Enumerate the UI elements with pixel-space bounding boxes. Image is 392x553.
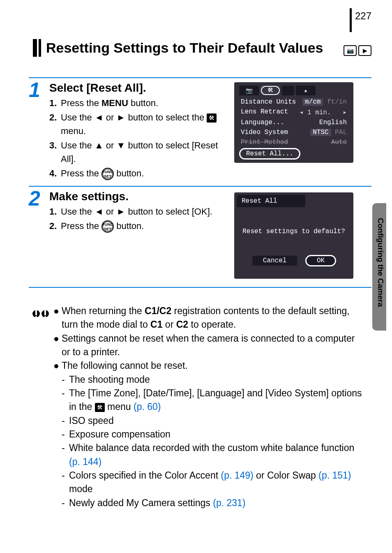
page-link[interactable]: (p. 144) xyxy=(69,456,101,467)
tab-star: ★ xyxy=(296,86,316,95)
title-bar-thick xyxy=(33,39,37,57)
text: mode xyxy=(69,484,93,494)
text: to operate. xyxy=(188,319,236,330)
text: button. xyxy=(116,221,144,231)
substep-num: 4. xyxy=(49,167,61,180)
section-title-block: Resetting Settings to Their Default Valu… xyxy=(33,39,371,57)
notes-section: ● When returning the C1/C2 registration … xyxy=(53,304,363,510)
menu-tabs: 📷 🛠 ★ xyxy=(237,85,351,97)
text: button. xyxy=(116,168,144,178)
text: Press the xyxy=(61,221,101,231)
dash-item: -The shooting mode xyxy=(62,373,363,386)
menu-row: Video SystemNTSC PAL xyxy=(237,127,351,137)
dialog-message: Reset settings to default? xyxy=(237,228,351,235)
c1-label: C1 xyxy=(150,319,162,330)
shooting-mode-icon: 📷 xyxy=(344,45,357,56)
menu-value: 1 min. xyxy=(307,109,331,116)
menu-value: English xyxy=(319,119,347,126)
substep-num: 1. xyxy=(49,96,61,110)
substep-text: Press the FUNCSET button. xyxy=(61,219,226,233)
step-number: 1 xyxy=(29,78,45,102)
func-set-button-icon: FUNCSET xyxy=(101,220,114,233)
mode-icons: 📷 ▶ xyxy=(344,45,371,57)
right-arrow-icon: ► xyxy=(117,112,126,123)
page-number: 227 xyxy=(350,8,371,32)
up-arrow-icon: ▲ xyxy=(95,140,104,150)
text: The shooting mode xyxy=(69,373,150,386)
text: menu xyxy=(105,401,134,412)
text: When returning the xyxy=(62,305,145,316)
section-title: Resetting Settings to Their Default Valu… xyxy=(41,39,344,57)
playback-mode-icon: ▶ xyxy=(358,45,371,56)
step-body: 1. Press the MENU button. 2. Use the ◄ o… xyxy=(49,96,226,180)
menu-value: NTSC xyxy=(310,129,331,136)
menu-value: Auto xyxy=(331,139,347,146)
substep-text: Use the ◄ or ► button to select [OK]. xyxy=(61,205,226,218)
left-arrow-icon: ◄ xyxy=(95,206,104,217)
text: Newly added My Camera settings xyxy=(69,497,213,508)
dash-list: -The shooting mode -The [Time Zone], [Da… xyxy=(62,373,363,510)
side-label: Configuring the Camera xyxy=(376,218,385,307)
text: or xyxy=(162,319,176,330)
text: or xyxy=(104,112,117,123)
text: Use the xyxy=(61,140,95,150)
tools-menu-icon: 🛠 xyxy=(207,113,217,123)
tab-print xyxy=(282,86,294,95)
text: Press the xyxy=(61,98,101,108)
tools-menu-icon: 🛠 xyxy=(95,403,105,412)
substep-text: Press the FUNCSET button. xyxy=(61,167,226,180)
substep-text: Press the MENU button. xyxy=(61,96,226,110)
text: Use the xyxy=(61,206,95,217)
dash-item: -Colors specified in the Color Accent (p… xyxy=(62,469,363,496)
func-set-button-icon: FUNCSET xyxy=(101,168,114,180)
text: Use the xyxy=(61,112,95,123)
substep-text: Use the ▲ or ▼ button to select [Reset A… xyxy=(61,139,226,166)
page-link[interactable]: (p. 60) xyxy=(134,401,161,412)
svg-rect-4 xyxy=(44,310,46,315)
substep-num: 1. xyxy=(49,205,61,218)
substep-text: Use the ◄ or ► button to select the 🛠 me… xyxy=(61,111,226,138)
menu-label: Distance Units xyxy=(241,98,296,106)
dash-item: -White balance data recorded with the cu… xyxy=(62,441,363,469)
divider xyxy=(29,77,371,78)
dash-item: -The [Time Zone], [Date/Time], [Language… xyxy=(62,386,363,414)
text: Colors specified in the Color Accent xyxy=(69,470,221,481)
menu-value-dim: ft/in xyxy=(327,98,347,106)
text: The following cannot be reset. xyxy=(62,359,188,373)
divider xyxy=(29,186,371,187)
text: button to select [OK]. xyxy=(125,206,212,217)
bold-text: MENU xyxy=(101,98,128,108)
page-link[interactable]: (p. 149) xyxy=(221,470,253,481)
svg-rect-2 xyxy=(35,310,37,315)
menu-row: Print MethodAuto xyxy=(237,137,351,147)
divider xyxy=(29,287,371,288)
page-link[interactable]: (p. 231) xyxy=(213,497,245,508)
set-label: SET xyxy=(104,227,111,231)
menu-row: Language...English xyxy=(237,118,351,127)
warning-icon xyxy=(32,305,49,322)
func-label: FUNC xyxy=(103,222,113,227)
confirm-dialog-screenshot: Reset All Reset settings to default? Can… xyxy=(234,192,353,279)
note-bullet: ●The following cannot be reset. xyxy=(53,359,363,373)
left-arrow-icon: ◄ xyxy=(95,112,104,123)
text: Settings cannot be reset when the camera… xyxy=(62,332,363,359)
cancel-button: Cancel xyxy=(252,256,297,266)
substep-num: 2. xyxy=(49,111,61,138)
right-arrow-icon: ► xyxy=(117,206,126,217)
dash-item: -Exposure compensation xyxy=(62,428,363,441)
dash-item: -Newly added My Camera settings (p. 231) xyxy=(62,496,363,510)
step-number: 2 xyxy=(29,187,45,211)
c1c2-label: C1/C2 xyxy=(145,305,171,316)
text: Exposure compensation xyxy=(69,428,171,441)
svg-rect-5 xyxy=(44,316,46,318)
tab-camera: 📷 xyxy=(239,86,259,95)
menu-row: Distance Unitsm/cm ft/in xyxy=(237,97,351,107)
page-link[interactable]: (p. 151) xyxy=(318,470,351,481)
text: White balance data recorded with the cus… xyxy=(69,442,354,453)
text: menu. xyxy=(61,126,86,136)
text: button to select the xyxy=(125,112,207,123)
menu-label: Language... xyxy=(241,119,284,126)
func-label: FUNC xyxy=(103,170,113,174)
text: button. xyxy=(128,98,158,108)
menu-label: Video System xyxy=(241,129,288,136)
